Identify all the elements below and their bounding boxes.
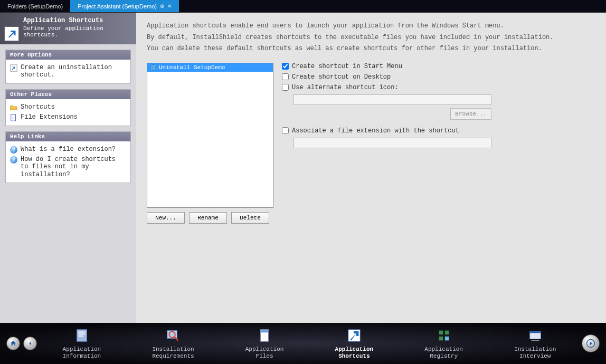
tab-project-assistant[interactable]: Project Assistant (SetupDemo) ⊕ ✕ — [70, 0, 179, 12]
folder-icon — [10, 104, 17, 111]
alt-icon-checkbox-row[interactable]: Use alternate shortcut icon: — [282, 84, 595, 91]
panel-title: Other Places — [6, 90, 130, 99]
tab-label: Folders (SetupDemo) — [7, 3, 63, 9]
file-ext-field[interactable] — [293, 138, 491, 148]
shortcut-list-item[interactable]: Uninstall SetupDemo — [147, 63, 273, 72]
home-button[interactable] — [6, 337, 20, 350]
help-icon: ? — [10, 146, 17, 154]
svg-rect-5 — [78, 332, 85, 333]
nav-step-install-req[interactable]: Installation Requirements — [152, 327, 194, 359]
checkbox-label: Create shortcut on Desktop — [292, 73, 391, 81]
step-label: Files — [245, 353, 284, 360]
intro-text-2b: You can delete these default shortcuts a… — [147, 45, 595, 53]
tab-folders[interactable]: Folders (SetupDemo) — [0, 0, 70, 12]
alt-icon-path-field[interactable] — [293, 94, 491, 105]
app-shortcuts-icon — [346, 327, 363, 344]
item-label: How do I create shortcuts to files not i… — [21, 156, 126, 178]
desktop-checkbox-row[interactable]: Create shortcut on Desktop — [282, 73, 595, 81]
file-extensions-link[interactable]: x File Extensions — [10, 112, 126, 122]
delete-button[interactable]: Delete — [231, 212, 269, 224]
associate-ext-checkbox[interactable] — [282, 127, 289, 134]
svg-rect-13 — [439, 331, 443, 335]
start-menu-checkbox[interactable] — [282, 63, 289, 70]
main-area: Application Shortcuts Define your applic… — [0, 13, 606, 323]
step-label: Application — [424, 346, 463, 353]
tab-bar: Folders (SetupDemo) Project Assistant (S… — [0, 0, 606, 13]
page-subtitle: Define your application shortcuts. — [23, 25, 131, 38]
back-button[interactable] — [23, 337, 37, 350]
nav-step-app-shortcuts[interactable]: Application Shortcuts — [335, 327, 374, 359]
pin-icon[interactable]: ⊕ — [160, 3, 164, 9]
alt-icon-checkbox[interactable] — [282, 84, 289, 91]
associate-ext-checkbox-row[interactable]: Associate a file extension with the shor… — [282, 127, 595, 135]
help-create-shortcuts[interactable]: ? How do I create shortcuts to files not… — [10, 155, 126, 179]
shortcuts-link[interactable]: Shortcuts — [10, 102, 126, 112]
step-label: Registry — [424, 353, 463, 360]
app-registry-icon — [435, 327, 452, 344]
svg-rect-6 — [78, 334, 85, 335]
checkbox-label: Associate a file extension with the shor… — [292, 127, 459, 135]
rename-button[interactable]: Rename — [189, 212, 227, 224]
svg-rect-15 — [439, 337, 443, 341]
shortcut-arrow-icon — [4, 26, 19, 41]
item-label: Create an uninstallation shortcut. — [21, 64, 126, 79]
new-button[interactable]: New... — [147, 212, 185, 224]
item-label: Shortcuts — [21, 103, 55, 111]
svg-rect-16 — [445, 337, 449, 341]
bottom-nav: Application Information Installation Req… — [0, 323, 606, 364]
panel-help-links: Help Links ? What is a file extension? ?… — [5, 131, 131, 183]
panel-title: Help Links — [6, 132, 130, 141]
nav-steps: Application Information Installation Req… — [37, 327, 582, 359]
shortcut-icon — [10, 64, 17, 72]
checkbox-label: Create shortcut in Start Menu — [292, 63, 402, 70]
list-column: Uninstall SetupDemo New... Rename Delete — [147, 63, 273, 224]
svg-rect-19 — [531, 340, 539, 341]
panel-other-places: Other Places Shortcuts x File Extensions — [5, 89, 131, 126]
intro-text-2a: By default, InstallShield creates shortc… — [147, 34, 595, 42]
svg-rect-14 — [445, 331, 449, 335]
shortcut-list[interactable]: Uninstall SetupDemo — [147, 63, 273, 208]
list-buttons: New... Rename Delete — [147, 212, 273, 224]
intro-text-1: Application shortcuts enable end users t… — [147, 22, 595, 31]
page-title: Application Shortcuts — [23, 17, 131, 24]
install-req-icon — [165, 327, 182, 344]
sidebar-header: Application Shortcuts Define your applic… — [0, 13, 136, 44]
item-label: File Extensions — [21, 113, 78, 121]
create-uninstall-shortcut-link[interactable]: Create an uninstallation shortcut. — [10, 63, 126, 80]
step-label: Application — [335, 346, 374, 353]
desktop-checkbox[interactable] — [282, 73, 289, 80]
nav-step-install-interview[interactable]: Installation Interview — [514, 327, 556, 359]
options-column: Create shortcut in Start Menu Create sho… — [282, 63, 595, 224]
item-label: What is a file extension? — [21, 146, 116, 153]
step-label: Installation — [152, 346, 194, 353]
step-label: Shortcuts — [335, 353, 374, 360]
start-menu-checkbox-row[interactable]: Create shortcut in Start Menu — [282, 63, 595, 70]
svg-rect-11 — [261, 330, 269, 333]
step-label: Application — [63, 346, 101, 353]
nav-right-group — [582, 334, 600, 352]
help-what-is-file-ext[interactable]: ? What is a file extension? — [10, 145, 126, 155]
tab-label: Project Assistant (SetupDemo) — [78, 3, 157, 9]
svg-rect-18 — [529, 331, 541, 333]
workspace: Uninstall SetupDemo New... Rename Delete… — [147, 63, 595, 224]
app-files-icon — [256, 327, 273, 344]
nav-step-app-info[interactable]: Application Information — [63, 327, 101, 359]
nav-left-group — [6, 337, 37, 350]
shortcut-item-label: Uninstall SetupDemo — [159, 64, 225, 71]
content: Application shortcuts enable end users t… — [136, 13, 606, 323]
file-ext-icon: x — [10, 114, 17, 121]
browse-button: Browse... — [450, 108, 491, 120]
panel-title: More Options — [6, 50, 130, 60]
next-button[interactable] — [582, 334, 600, 352]
nav-step-app-files[interactable]: Application Files — [245, 327, 284, 359]
checkbox-label: Use alternate shortcut icon: — [292, 84, 399, 91]
app-info-icon — [73, 327, 90, 344]
step-label: Requirements — [152, 353, 194, 360]
svg-text:x: x — [12, 116, 14, 120]
help-icon: ? — [10, 156, 17, 164]
nav-step-app-registry[interactable]: Application Registry — [424, 327, 463, 359]
close-icon[interactable]: ✕ — [167, 3, 172, 9]
sidebar: Application Shortcuts Define your applic… — [0, 13, 136, 323]
svg-rect-7 — [78, 336, 83, 337]
step-label: Installation — [514, 346, 556, 353]
